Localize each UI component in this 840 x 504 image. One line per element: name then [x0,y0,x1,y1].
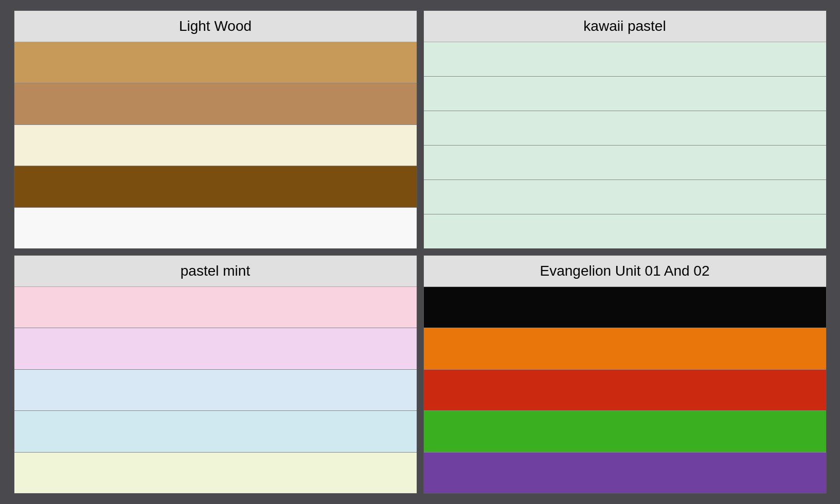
color-strip [14,328,417,369]
palette-kawaii-pastel: kawaii pastel [423,10,827,249]
evangelion-strips [424,287,826,493]
color-strip [14,453,417,493]
color-strip [14,287,417,328]
palette-light-wood-title: Light Wood [14,11,417,42]
color-strip [424,42,826,77]
color-strip [14,125,417,166]
color-strip [14,83,417,124]
palette-light-wood: Light Wood [14,10,417,249]
palette-evangelion: Evangelion Unit 01 And 02 [423,255,827,494]
color-strip [14,370,417,411]
color-strip [424,370,826,411]
color-strip [424,111,826,146]
color-strip [424,214,826,248]
color-strip [14,166,417,207]
light-wood-strips [14,42,417,248]
color-strip [14,208,417,248]
color-strip [424,287,826,328]
palette-grid: Light Wood kawaii pastel pastel mint [14,10,827,494]
color-strip [14,42,417,83]
palette-evangelion-title: Evangelion Unit 01 And 02 [424,256,826,287]
palette-pastel-mint-title: pastel mint [14,256,417,287]
color-strip [424,180,826,214]
color-strip [424,146,826,180]
palette-kawaii-pastel-title: kawaii pastel [424,11,826,42]
kawaii-pastel-strips [424,42,826,248]
color-strip [424,328,826,369]
color-strip [424,453,826,493]
color-strip [14,411,417,452]
color-strip [424,411,826,452]
pastel-mint-strips [14,287,417,493]
palette-pastel-mint: pastel mint [14,255,417,494]
color-strip [424,77,826,111]
